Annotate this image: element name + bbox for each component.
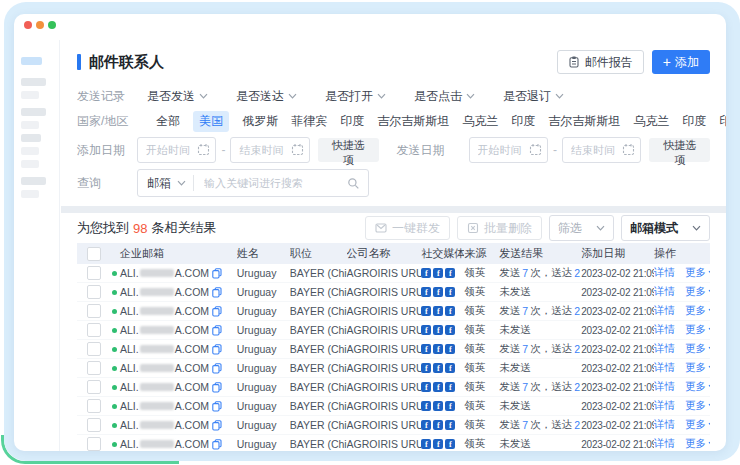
copy-email-icon[interactable] [212, 401, 222, 412]
row-checkbox[interactable] [87, 285, 101, 299]
facebook-icon[interactable]: f [421, 420, 431, 430]
sidebar-skeleton-item[interactable] [21, 190, 39, 198]
sidebar-skeleton-item[interactable] [21, 147, 39, 155]
facebook-icon[interactable]: f [445, 439, 455, 449]
close-window-dot[interactable] [24, 21, 32, 29]
sidebar-skeleton-item[interactable] [21, 134, 41, 142]
more-link[interactable]: 更多 [685, 437, 710, 451]
country-chip-6[interactable]: 乌克兰 [462, 113, 498, 130]
facebook-icon[interactable]: f [445, 306, 455, 316]
query-type-select[interactable]: 邮箱 [147, 175, 171, 192]
filter-tab-0[interactable]: 是否发送 [147, 88, 208, 105]
mail-report-button[interactable]: 邮件报告 [557, 50, 644, 74]
send-date-end-field[interactable] [569, 143, 629, 157]
send-date-start-input[interactable] [469, 137, 548, 163]
detail-link[interactable]: 详情 [654, 342, 675, 356]
row-checkbox[interactable] [87, 399, 101, 413]
more-link[interactable]: 更多 [685, 342, 710, 356]
more-link[interactable]: 更多 [685, 285, 710, 299]
detail-link[interactable]: 详情 [654, 323, 675, 337]
filter-tab-1[interactable]: 是否送达 [236, 88, 297, 105]
facebook-icon[interactable]: f [445, 363, 455, 373]
country-chip-10[interactable]: 印度 [682, 113, 706, 130]
facebook-icon[interactable]: f [421, 363, 431, 373]
facebook-icon[interactable]: f [445, 382, 455, 392]
copy-email-icon[interactable] [212, 420, 222, 431]
keyword-search-input[interactable]: 邮箱 [137, 169, 369, 197]
facebook-icon[interactable]: f [421, 325, 431, 335]
facebook-icon[interactable]: f [445, 287, 455, 297]
add-button[interactable]: + 添加 [652, 50, 710, 74]
facebook-icon[interactable]: f [433, 268, 443, 278]
facebook-icon[interactable]: f [445, 268, 455, 278]
detail-link[interactable]: 详情 [654, 418, 675, 432]
more-link[interactable]: 更多 [685, 361, 710, 375]
add-date-quick-options-button[interactable]: 快捷选项 [318, 138, 379, 162]
facebook-icon[interactable]: f [421, 401, 431, 411]
facebook-icon[interactable]: f [445, 325, 455, 335]
facebook-icon[interactable]: f [445, 420, 455, 430]
more-link[interactable]: 更多 [685, 323, 710, 337]
country-chip-0[interactable]: 全部 [156, 113, 180, 130]
copy-email-icon[interactable] [212, 363, 222, 374]
copy-email-icon[interactable] [212, 439, 222, 450]
maximize-window-dot[interactable] [48, 21, 56, 29]
add-date-end-input[interactable] [230, 137, 309, 163]
country-chip-5[interactable]: 吉尔吉斯斯坦 [377, 113, 449, 130]
row-checkbox[interactable] [87, 323, 101, 337]
send-date-start-field[interactable] [476, 143, 536, 157]
sidebar-skeleton-item[interactable] [21, 160, 39, 168]
country-chip-11[interactable]: 印度 [719, 113, 726, 130]
country-chip-2[interactable]: 俄罗斯 [242, 113, 278, 130]
search-field[interactable] [202, 176, 347, 190]
row-checkbox[interactable] [87, 437, 101, 451]
sidebar-skeleton-item[interactable] [21, 91, 39, 99]
more-link[interactable]: 更多 [685, 418, 710, 432]
more-link[interactable]: 更多 [685, 380, 710, 394]
facebook-icon[interactable]: f [421, 382, 431, 392]
country-chip-7[interactable]: 印度 [511, 113, 535, 130]
country-chip-1[interactable]: 美国 [193, 111, 229, 132]
copy-email-icon[interactable] [212, 325, 222, 336]
facebook-icon[interactable]: f [421, 268, 431, 278]
add-date-end-field[interactable] [237, 143, 297, 157]
facebook-icon[interactable]: f [433, 401, 443, 411]
more-link[interactable]: 更多 [685, 399, 710, 413]
search-icon[interactable] [347, 177, 360, 190]
row-checkbox[interactable] [87, 361, 101, 375]
add-date-start-input[interactable] [137, 137, 216, 163]
copy-email-icon[interactable] [212, 268, 222, 279]
row-checkbox[interactable] [87, 380, 101, 394]
facebook-icon[interactable]: f [421, 306, 431, 316]
detail-link[interactable]: 详情 [654, 361, 675, 375]
country-chip-9[interactable]: 乌克兰 [633, 113, 669, 130]
filter-tab-2[interactable]: 是否打开 [325, 88, 386, 105]
facebook-icon[interactable]: f [421, 344, 431, 354]
more-link[interactable]: 更多 [685, 266, 710, 280]
select-all-checkbox[interactable] [87, 247, 101, 261]
sidebar-skeleton-item[interactable] [21, 177, 46, 185]
facebook-icon[interactable]: f [445, 344, 455, 354]
filter-tab-4[interactable]: 是否退订 [503, 88, 564, 105]
filter-tab-3[interactable]: 是否点击 [414, 88, 475, 105]
filter-select[interactable]: 筛选 [549, 215, 614, 241]
detail-link[interactable]: 详情 [654, 285, 675, 299]
facebook-icon[interactable]: f [433, 287, 443, 297]
detail-link[interactable]: 详情 [654, 437, 675, 451]
detail-link[interactable]: 详情 [654, 399, 675, 413]
row-checkbox[interactable] [87, 304, 101, 318]
copy-email-icon[interactable] [212, 344, 222, 355]
add-date-start-field[interactable] [144, 143, 204, 157]
mailbox-mode-select[interactable]: 邮箱模式 [621, 215, 710, 241]
country-chip-8[interactable]: 吉尔吉斯斯坦 [548, 113, 620, 130]
minimize-window-dot[interactable] [36, 21, 44, 29]
detail-link[interactable]: 详情 [654, 380, 675, 394]
copy-email-icon[interactable] [212, 287, 222, 298]
facebook-icon[interactable]: f [433, 420, 443, 430]
detail-link[interactable]: 详情 [654, 304, 675, 318]
row-checkbox[interactable] [87, 266, 101, 280]
facebook-icon[interactable]: f [445, 401, 455, 411]
sidebar-skeleton-item[interactable] [21, 121, 39, 129]
facebook-icon[interactable]: f [433, 382, 443, 392]
sidebar-skeleton-item[interactable] [21, 108, 46, 116]
